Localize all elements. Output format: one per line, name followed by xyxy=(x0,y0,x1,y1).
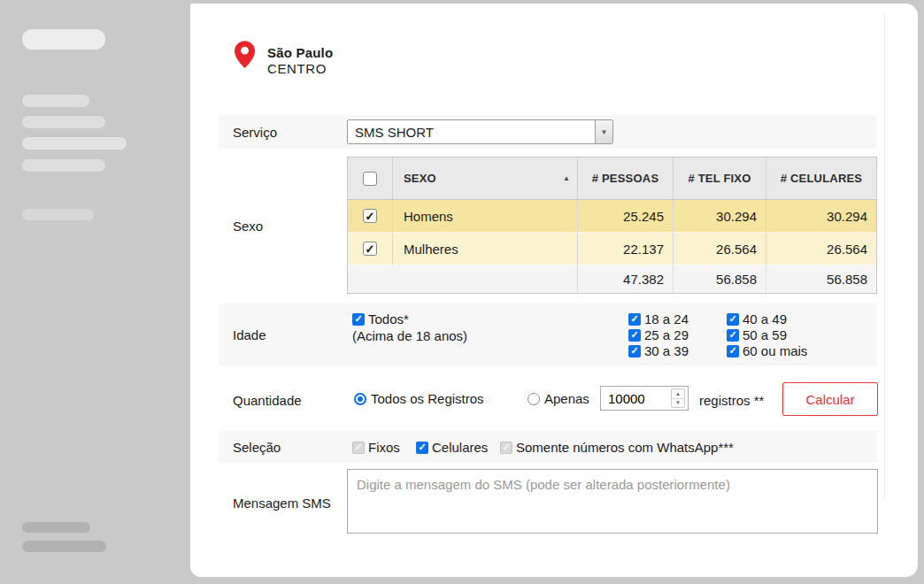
row-servico: Serviço SMS SHORT ▼ xyxy=(219,115,877,149)
cell-telfixo: 26.564 xyxy=(674,233,766,265)
checkbox-disabled-icon: ✓ xyxy=(500,442,512,454)
radio-unselected-icon[interactable] xyxy=(527,393,540,405)
checkbox-fixos: ✓ Fixos xyxy=(352,440,400,455)
total-pessoas: 47.382 xyxy=(578,265,674,293)
cell-pessoas: 22.137 xyxy=(578,233,674,265)
total-celulares: 56.858 xyxy=(766,265,876,293)
selecao-label: Seleção xyxy=(233,440,281,455)
radio-label[interactable]: Apenas xyxy=(544,391,589,406)
spinner-down-button[interactable]: ▼ xyxy=(672,399,684,408)
checkbox-checked-icon[interactable]: ✓ xyxy=(628,345,641,357)
select-all-checkbox[interactable] xyxy=(363,172,377,186)
checkbox-25-29[interactable]: ✓ 25 a 29 xyxy=(628,327,689,342)
radio-apenas[interactable]: Apenas xyxy=(527,391,589,406)
idade-label: Idade xyxy=(233,327,266,342)
range-label[interactable]: 50 a 59 xyxy=(743,327,787,342)
table-header-telfixo[interactable]: # TEL FIXO xyxy=(674,158,766,200)
checkbox-whatsapp-label: Somente números com WhatsApp*** xyxy=(516,440,734,455)
checkbox-whatsapp: ✓ Somente números com WhatsApp*** xyxy=(500,440,734,455)
checkbox-fixos-label: Fixos xyxy=(368,440,400,455)
checkbox-checked-icon[interactable]: ✓ xyxy=(352,313,365,326)
radio-todos-registros[interactable]: Todos os Registros xyxy=(354,391,484,406)
skeleton-pill xyxy=(22,95,89,107)
sexo-label: Sexo xyxy=(233,219,263,234)
row-checkbox[interactable]: ✓ xyxy=(363,242,377,256)
mensagem-textarea[interactable] xyxy=(347,469,878,534)
skeleton-pill xyxy=(22,159,105,172)
row-mulheres-checkbox-cell[interactable]: ✓ xyxy=(348,233,393,265)
main-panel: São Paulo CENTRO Serviço SMS SHORT ▼ Sex… xyxy=(190,4,918,577)
chevron-down-icon: ▼ xyxy=(601,128,608,136)
range-label[interactable]: 60 ou mais xyxy=(743,343,807,358)
col-sexo-label: SEXO xyxy=(404,172,436,185)
checkbox-checked-icon[interactable]: ✓ xyxy=(727,345,739,357)
checkbox-checked-icon[interactable]: ✓ xyxy=(727,329,739,342)
table-header-select-all[interactable] xyxy=(348,158,393,200)
cell-sexo[interactable]: Homens xyxy=(393,200,578,233)
cell-telfixo: 30.294 xyxy=(674,200,766,233)
row-homens-checkbox-cell[interactable]: ✓ xyxy=(348,200,393,233)
checkbox-checked-icon[interactable]: ✓ xyxy=(727,313,739,326)
total-empty-cell xyxy=(348,265,393,293)
checkbox-disabled-icon: ✓ xyxy=(352,442,365,454)
checkbox-todos-label[interactable]: Todos* xyxy=(368,311,409,327)
cell-sexo[interactable]: Mulheres xyxy=(393,233,578,265)
checkbox-40-49[interactable]: ✓ 40 a 49 xyxy=(727,311,787,327)
calcular-button[interactable]: Calcular xyxy=(782,382,878,416)
cell-pessoas: 25.245 xyxy=(578,200,674,233)
checkbox-todos[interactable]: ✓ Todos* xyxy=(352,311,409,327)
servico-select[interactable]: SMS SHORT ▼ xyxy=(347,119,613,144)
skeleton-pill xyxy=(22,116,105,128)
skeleton-pill xyxy=(22,522,90,533)
skeleton-pill xyxy=(22,209,94,220)
table-header-pessoas[interactable]: # PESSOAS xyxy=(578,158,674,200)
spinner-up-button[interactable]: ▲ xyxy=(672,389,684,399)
cell-celulares: 26.564 xyxy=(766,233,876,265)
range-label[interactable]: 30 a 39 xyxy=(644,343,689,358)
checkbox-30-39[interactable]: ✓ 30 a 39 xyxy=(628,343,689,358)
radio-label[interactable]: Todos os Registros xyxy=(371,391,484,406)
registros-input[interactable] xyxy=(601,391,663,406)
idade-nota: (Acima de 18 anos) xyxy=(352,328,467,343)
number-spinner: ▲ ▼ xyxy=(671,388,685,408)
row-selecao: Seleção ✓ Fixos ✓ Celulares ✓ Somente nú… xyxy=(219,431,877,463)
checkbox-celulares[interactable]: ✓ Celulares xyxy=(416,440,488,455)
table-header-celulares[interactable]: # CELULARES xyxy=(766,158,876,200)
checkbox-checked-icon[interactable]: ✓ xyxy=(628,329,641,342)
checkbox-50-59[interactable]: ✓ 50 a 59 xyxy=(727,327,787,342)
table-header-sexo[interactable]: SEXO ▲ xyxy=(393,158,578,200)
skeleton-pill xyxy=(22,29,105,50)
range-label[interactable]: 25 a 29 xyxy=(644,327,689,342)
skeleton-pill xyxy=(22,541,106,552)
radio-selected-icon[interactable] xyxy=(354,393,366,405)
range-label[interactable]: 18 a 24 xyxy=(644,311,689,327)
registros-suffix: registros ** xyxy=(699,393,764,408)
sort-asc-icon: ▲ xyxy=(563,174,570,182)
location-district: CENTRO xyxy=(267,61,327,76)
panel-scrollbar-track xyxy=(884,14,885,499)
checkbox-checked-icon[interactable]: ✓ xyxy=(628,313,641,326)
total-telfixo: 56.858 xyxy=(674,265,766,293)
quantidade-label: Quantidade xyxy=(233,393,302,408)
sexo-table: SEXO ▲ # PESSOAS # TEL FIXO # CELULARES … xyxy=(347,157,877,294)
range-label[interactable]: 40 a 49 xyxy=(743,311,787,327)
checkbox-18-24[interactable]: ✓ 18 a 24 xyxy=(628,311,689,327)
registros-number-field: ▲ ▼ xyxy=(600,386,689,411)
row-checkbox[interactable]: ✓ xyxy=(363,209,377,223)
select-arrow-button[interactable]: ▼ xyxy=(595,120,612,143)
total-empty-cell xyxy=(393,265,578,293)
row-idade: Idade ✓ Todos* (Acima de 18 anos) ✓ 18 a… xyxy=(219,304,877,365)
location-city: São Paulo xyxy=(267,45,333,60)
skeleton-pill xyxy=(22,137,127,150)
checkbox-checked-icon[interactable]: ✓ xyxy=(416,442,428,454)
checkbox-celulares-label[interactable]: Celulares xyxy=(432,440,488,455)
checkbox-60-mais[interactable]: ✓ 60 ou mais xyxy=(727,343,807,358)
cell-celulares: 30.294 xyxy=(766,200,876,233)
servico-label: Serviço xyxy=(233,125,277,140)
location-pin-icon xyxy=(235,41,255,68)
servico-select-value: SMS SHORT xyxy=(348,125,595,140)
mensagem-label: Mensagem SMS xyxy=(233,496,331,511)
